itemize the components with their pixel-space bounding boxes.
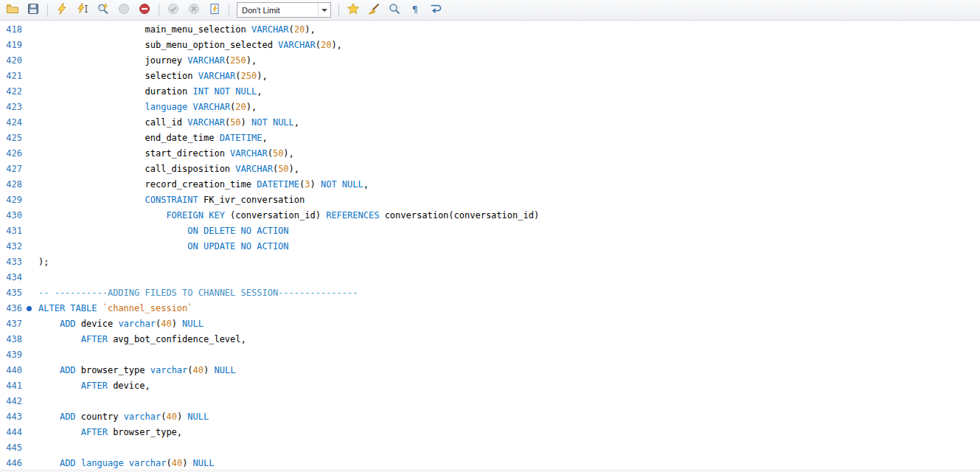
- code-line[interactable]: 421 selection VARCHAR(250),: [0, 69, 980, 84]
- code-lines: 418 main_menu_selection VARCHAR(20),419 …: [0, 22, 980, 471]
- commit-icon: [167, 2, 180, 18]
- code-text: duration INT NOT NULL,: [38, 84, 262, 100]
- row-limit-dropdown[interactable]: Don't Limit: [237, 2, 331, 18]
- code-line[interactable]: 434: [0, 270, 980, 285]
- save-snippet-button[interactable]: [344, 1, 363, 19]
- code-line[interactable]: 427 call_disposition VARCHAR(50),: [0, 162, 980, 177]
- open-folder-icon: [6, 2, 19, 18]
- save-script-button[interactable]: [24, 1, 43, 19]
- code-line[interactable]: 420 journey VARCHAR(250),: [0, 53, 980, 69]
- autocommit-toggle[interactable]: [205, 1, 224, 19]
- invisibles-toggle[interactable]: ¶: [406, 1, 425, 19]
- line-number: 426: [0, 146, 22, 162]
- code-text: CONSTRAINT FK_ivr_conversation: [38, 192, 305, 208]
- code-text: end_date_time DATETIME,: [38, 131, 268, 146]
- code-line[interactable]: 442: [0, 394, 980, 409]
- line-number: 428: [0, 177, 22, 192]
- marker-column: [22, 239, 38, 254]
- stop-button[interactable]: [114, 1, 133, 19]
- code-line[interactable]: 424 call_id VARCHAR(50) NOT NULL,: [0, 115, 980, 131]
- open-script-button[interactable]: [3, 1, 22, 19]
- marker-column: [22, 425, 38, 440]
- pilcrow-invisibles-icon: ¶: [409, 2, 422, 18]
- broom-beautify-icon: [367, 2, 380, 18]
- code-line[interactable]: 429 CONSTRAINT FK_ivr_conversation: [0, 192, 980, 208]
- code-line[interactable]: 441 AFTER device,: [0, 378, 980, 394]
- line-number: 445: [0, 440, 22, 456]
- code-text: AFTER browser_type,: [38, 425, 182, 440]
- beautify-button[interactable]: [364, 1, 383, 19]
- marker-column: [22, 115, 38, 131]
- sql-code-editor[interactable]: 418 main_menu_selection VARCHAR(20),419 …: [0, 21, 980, 472]
- marker-column: [22, 162, 38, 177]
- code-line[interactable]: 426 start_direction VARCHAR(50),: [0, 146, 980, 162]
- line-number: 430: [0, 208, 22, 223]
- explain-icon: [97, 2, 110, 18]
- code-line[interactable]: 422 duration INT NOT NULL,: [0, 84, 980, 100]
- star-snippet-icon: [347, 2, 360, 18]
- find-button[interactable]: [385, 1, 404, 19]
- marker-column: [22, 84, 38, 100]
- marker-column: [22, 131, 38, 146]
- rollback-icon: [187, 2, 201, 18]
- line-number: 418: [0, 22, 22, 38]
- code-line[interactable]: 437 ADD device varchar(40) NULL: [0, 316, 980, 332]
- stop-on-error-toggle[interactable]: [135, 1, 154, 19]
- marker-column: [22, 177, 38, 192]
- line-number: 432: [0, 239, 22, 254]
- code-line[interactable]: 445: [0, 440, 980, 456]
- line-number: 427: [0, 162, 22, 177]
- code-line[interactable]: 440 ADD browser_type varchar(40) NULL: [0, 363, 980, 378]
- line-number: 442: [0, 394, 22, 409]
- stop-on-error-icon: [138, 2, 151, 18]
- line-number: 419: [0, 38, 22, 53]
- sql-editor-toolbar: Don't Limit ¶: [0, 0, 980, 21]
- line-number: 438: [0, 332, 22, 347]
- marker-column: [22, 22, 38, 38]
- code-line[interactable]: 430 FOREIGN KEY (conversation_id) REFERE…: [0, 208, 980, 223]
- execute-current-statement-button[interactable]: [73, 1, 92, 19]
- wrap-text-toggle[interactable]: [426, 1, 445, 19]
- marker-column: [22, 378, 38, 394]
- code-text: ON DELETE NO ACTION: [38, 223, 289, 239]
- marker-column: [22, 69, 38, 84]
- marker-column: [22, 270, 38, 285]
- code-text: call_disposition VARCHAR(50),: [38, 162, 299, 177]
- code-line[interactable]: 419 sub_menu_option_selected VARCHAR(20)…: [0, 38, 980, 53]
- code-text: ADD country varchar(40) NULL: [38, 409, 209, 425]
- code-line[interactable]: 431 ON DELETE NO ACTION: [0, 223, 980, 239]
- execute-current-icon: [76, 2, 89, 18]
- line-number: 441: [0, 378, 22, 394]
- code-line[interactable]: 432 ON UPDATE NO ACTION: [0, 239, 980, 254]
- marker-column: [22, 254, 38, 270]
- chevron-down-icon: [318, 3, 330, 17]
- code-line[interactable]: 436ALTER TABLE `channel_session`: [0, 301, 980, 316]
- explain-button[interactable]: [94, 1, 113, 19]
- code-line[interactable]: 435-- ----------ADDING FILEDS TO CHANNEL…: [0, 285, 980, 301]
- commit-button[interactable]: [164, 1, 183, 19]
- line-number: 420: [0, 53, 22, 69]
- line-number: 422: [0, 84, 22, 100]
- code-text: journey VARCHAR(250),: [38, 53, 257, 69]
- marker-column: [22, 316, 38, 332]
- code-line[interactable]: 443 ADD country varchar(40) NULL: [0, 409, 980, 425]
- stop-icon: [117, 2, 131, 18]
- line-number: 424: [0, 115, 22, 131]
- code-line[interactable]: 418 main_menu_selection VARCHAR(20),: [0, 22, 980, 38]
- line-number: 437: [0, 316, 22, 332]
- code-line[interactable]: 444 AFTER browser_type,: [0, 425, 980, 440]
- line-number: 443: [0, 409, 22, 425]
- marker-column: [22, 146, 38, 162]
- marker-column: [22, 347, 38, 363]
- code-line[interactable]: 428 record_creation_time DATETIME(3) NOT…: [0, 177, 980, 192]
- code-line[interactable]: 433);: [0, 254, 980, 270]
- code-line[interactable]: 438 AFTER avg_bot_confidence_level,: [0, 332, 980, 347]
- marker-column: [22, 440, 38, 456]
- code-line[interactable]: 423 language VARCHAR(20),: [0, 100, 980, 115]
- code-line[interactable]: 439: [0, 347, 980, 363]
- rollback-button[interactable]: [184, 1, 204, 19]
- horizontal-scrollbar[interactable]: [0, 469, 980, 472]
- execute-button[interactable]: [52, 1, 72, 19]
- code-line[interactable]: 425 end_date_time DATETIME,: [0, 131, 980, 146]
- statement-marker: [22, 301, 38, 316]
